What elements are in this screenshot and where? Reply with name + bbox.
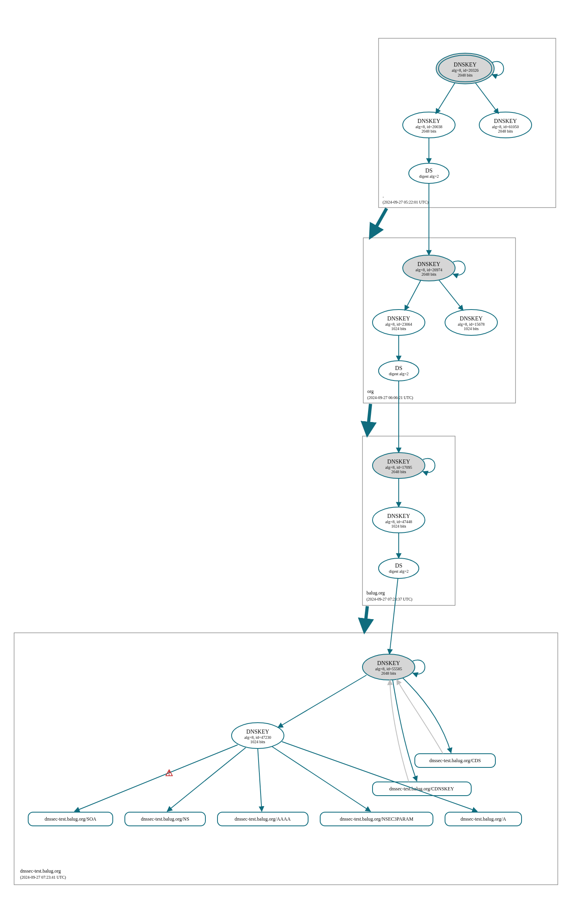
leaf-cdnskey-label: dnssec-test.balug.org/CDNSKEY [389, 786, 454, 792]
edge-orgksk-zsk1 [405, 280, 421, 310]
test-zsk-sub1: alg=8, id=47230 [244, 735, 271, 740]
edge-testzsk-soa [75, 745, 238, 811]
leaf-cds: dnssec-test.balug.org/CDS [415, 754, 495, 767]
test-ksk-node: DNSKEY alg=8, id=55585 2048 bits [362, 654, 415, 680]
leaf-nsec-label: dnssec-test.balug.org/NSEC3PARAM [340, 816, 414, 822]
edge-testksk-cds [403, 678, 451, 753]
balug-ksk-sub1: alg=8, id=17095 [385, 465, 412, 470]
zone-test-name: dnssec-test.balug.org [20, 868, 61, 874]
zone-org-name: org [367, 389, 374, 394]
root-ds-title: DS [425, 168, 433, 174]
root-zsk1-title: DNSKEY [418, 118, 441, 124]
leaf-a: dnssec-test.balug.org/A [445, 812, 522, 826]
root-zsk2-sub2: 2048 bits [498, 129, 513, 133]
root-zsk2-node: DNSKEY alg=8, id=61050 2048 bits [479, 112, 532, 138]
balug-ds-sub1: digest alg=2 [389, 569, 408, 574]
balug-zsk-title: DNSKEY [387, 513, 410, 519]
zone-balug-time: (2024-09-27 07:23:37 UTC) [366, 597, 412, 602]
zone-root-name: . [383, 193, 384, 199]
root-ksk-node: DNSKEY alg=8, id=20326 2048 bits [436, 53, 494, 84]
test-zsk-node: DNSKEY alg=8, id=47230 1024 bits [232, 723, 284, 748]
balug-ds-title: DS [395, 563, 402, 569]
test-zsk-title: DNSKEY [246, 729, 269, 735]
org-zsk1-node: DNSKEY alg=8, id=23064 1024 bits [373, 310, 425, 335]
leaf-ns-label: dnssec-test.balug.org/NS [141, 816, 189, 822]
root-zsk1-node: DNSKEY alg=8, id=20038 2048 bits [403, 112, 455, 138]
leaf-soa-label: dnssec-test.balug.org/SOA [45, 816, 97, 822]
balug-zsk-sub1: alg=8, id=47448 [385, 520, 412, 524]
org-zsk2-sub1: alg=8, id=15678 [458, 322, 484, 326]
edge-testksk-zsk [278, 675, 366, 728]
edge-testzsk-nsec [272, 746, 371, 811]
balug-zsk-node: DNSKEY alg=8, id=47448 1024 bits [373, 507, 425, 533]
leaf-a-label: dnssec-test.balug.org/A [460, 816, 506, 822]
leaf-soa: dnssec-test.balug.org/SOA [28, 812, 113, 826]
org-ds-sub1: digest alg=2 [389, 372, 408, 376]
zone-root-time: (2024-09-27 05:22:01 UTC) [383, 200, 429, 205]
org-zsk2-title: DNSKEY [460, 316, 483, 322]
org-zsk1-sub2: 1024 bits [391, 326, 406, 331]
org-ds-node: DS digest alg=2 [379, 361, 419, 381]
root-ds-node: DS digest alg=2 [409, 163, 449, 183]
test-zsk-sub2: 1024 bits [251, 740, 265, 744]
org-zsk1-title: DNSKEY [387, 316, 410, 322]
zone-connector-org-balug [367, 404, 371, 434]
zone-org-time: (2024-09-27 06:06:21 UTC) [367, 395, 413, 400]
org-zsk2-node: DNSKEY alg=8, id=15678 1024 bits [445, 310, 497, 335]
leaf-aaaa: dnssec-test.balug.org/AAAA [217, 812, 308, 826]
leaf-aaaa-label: dnssec-test.balug.org/AAAA [234, 816, 290, 822]
root-ksk-sub2: 2048 bits [458, 73, 473, 77]
zone-test-time: (2024-09-27 07:23:41 UTC) [20, 875, 66, 880]
org-ksk-sub1: alg=8, id=26974 [416, 268, 442, 272]
leaf-nsec: dnssec-test.balug.org/NSEC3PARAM [320, 812, 433, 826]
test-ksk-sub1: alg=8, id=55585 [375, 667, 402, 671]
org-ksk-node: DNSKEY alg=8, id=26974 2048 bits [403, 255, 455, 281]
edge-cds-testksk [397, 680, 443, 754]
edge-balugds-testksk [389, 578, 398, 654]
root-zsk2-sub1: alg=8, id=61050 [492, 125, 519, 129]
test-ksk-title: DNSKEY [377, 660, 400, 666]
leaf-cdnskey: dnssec-test.balug.org/CDNSKEY [373, 782, 471, 796]
balug-ksk-sub2: 2048 bits [391, 470, 406, 474]
root-ksk-title: DNSKEY [454, 62, 477, 68]
org-zsk1-sub1: alg=8, id=23064 [385, 322, 412, 326]
edge-rootksk-zsk1 [436, 83, 455, 114]
balug-ds-node: DS digest alg=2 [379, 558, 419, 578]
edge-testzsk-a [282, 742, 477, 811]
balug-ksk-title: DNSKEY [387, 459, 410, 465]
test-ksk-sub2: 2048 bits [381, 671, 396, 676]
leaf-cds-label: dnssec-test.balug.org/CDS [429, 758, 481, 763]
leaf-ns: dnssec-test.balug.org/NS [125, 812, 205, 826]
balug-ksk-node: DNSKEY alg=8, id=17095 2048 bits [373, 453, 425, 478]
edge-orgksk-zsk2 [439, 280, 463, 310]
root-ksk-sub1: alg=8, id=20326 [452, 68, 478, 73]
root-ds-sub1: digest alg=2 [419, 174, 439, 179]
root-zsk1-sub2: 2048 bits [422, 129, 437, 133]
zone-balug-name: balug.org [366, 590, 385, 596]
org-ds-title: DS [395, 365, 402, 371]
org-zsk2-sub2: 1024 bits [464, 326, 479, 331]
zone-connector-root-org [371, 208, 387, 237]
org-ksk-sub2: 2048 bits [422, 272, 437, 276]
balug-zsk-sub2: 1024 bits [391, 524, 406, 528]
zone-connector-balug-test [364, 606, 367, 631]
edge-testzsk-aaaa [258, 748, 262, 811]
edge-rootksk-zsk2 [475, 83, 499, 114]
root-zsk1-sub1: alg=8, id=20038 [416, 125, 442, 129]
root-zsk2-title: DNSKEY [494, 118, 517, 124]
org-ksk-title: DNSKEY [418, 261, 441, 267]
warning-icon: ⚠ [165, 768, 173, 778]
